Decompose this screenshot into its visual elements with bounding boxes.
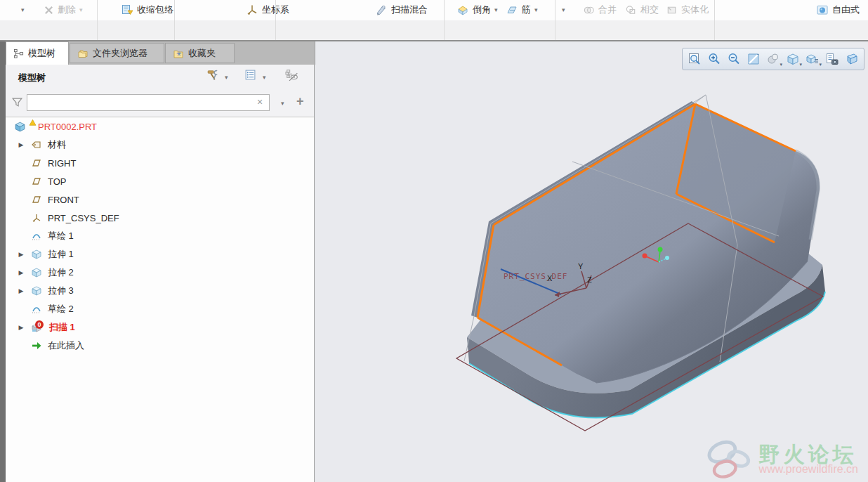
warning-triangle-icon bbox=[29, 119, 37, 126]
zoom-out-button[interactable] bbox=[725, 50, 743, 68]
graphics-toolbar: ▾ ▾ ▾ bbox=[682, 48, 864, 70]
shading-mode-button[interactable]: ▾ bbox=[764, 50, 782, 68]
graphics-area[interactable]: PRT_CSYS_DEF X Y Z ▾ ▾ ▾ bbox=[315, 41, 868, 482]
tree-item-material[interactable]: ▶ 材料 bbox=[6, 136, 314, 154]
merge-icon bbox=[583, 4, 595, 16]
ribbon-separator bbox=[444, 0, 445, 40]
tab-folder-browser[interactable]: 文件夹浏览器 bbox=[70, 43, 164, 63]
chamfer-icon bbox=[456, 4, 469, 16]
datum-plane-icon bbox=[31, 157, 42, 169]
zoom-in-button[interactable] bbox=[705, 50, 723, 68]
tree-search-disabled-icon bbox=[285, 69, 299, 82]
tree-item-extrude-2[interactable]: ▶ 拉伸 2 bbox=[6, 263, 314, 282]
zoom-in-icon bbox=[707, 52, 721, 66]
csys-icon bbox=[246, 4, 258, 16]
zoom-region-button[interactable] bbox=[685, 50, 704, 68]
chevron-down-icon: ▾ bbox=[21, 7, 25, 13]
chevron-down-icon[interactable]: ▾ bbox=[225, 74, 228, 81]
forum-watermark: 野火论坛 www.proewildfire.cn bbox=[703, 437, 858, 482]
rib-button[interactable]: 筋 ▾ bbox=[503, 1, 541, 18]
tree-item-extrude-3[interactable]: ▶ 拉伸 3 bbox=[6, 282, 314, 300]
tree-item-extrude-1[interactable]: ▶ 拉伸 1 bbox=[6, 245, 314, 263]
swept-blend-icon bbox=[375, 4, 388, 16]
expander-icon[interactable]: ▶ bbox=[17, 251, 25, 258]
datum-plane-icon bbox=[31, 194, 42, 205]
tree-item-right-plane[interactable]: RIGHT bbox=[6, 154, 314, 172]
clear-filter-icon[interactable]: × bbox=[257, 97, 263, 107]
favorites-folder-icon bbox=[173, 48, 184, 59]
tree-item-sketch-1[interactable]: 草绘 1 bbox=[6, 227, 314, 245]
delete-x-icon bbox=[44, 5, 54, 15]
model-tree-panel: 模型树 ▾ ▾ × ▾ + PRT0002.PRT ▶ 材料 RIGHT bbox=[6, 65, 315, 482]
extrude-icon bbox=[31, 267, 42, 278]
chevron-down-icon[interactable]: ▾ bbox=[263, 74, 266, 81]
tree-item-top-plane[interactable]: TOP bbox=[6, 172, 314, 190]
solidify-icon bbox=[666, 4, 678, 16]
chevron-down-icon: ▾ bbox=[799, 62, 802, 67]
tree-filter-input[interactable] bbox=[27, 94, 270, 111]
tree-item-front-plane[interactable]: FRONT bbox=[6, 190, 314, 209]
intersect-icon bbox=[625, 4, 637, 16]
swept-blend-button[interactable]: 扫描混合 bbox=[372, 1, 430, 18]
expander-icon[interactable]: ▶ bbox=[17, 287, 25, 294]
view-manager-button[interactable] bbox=[823, 50, 841, 68]
chevron-down-icon: ▾ bbox=[562, 7, 565, 13]
watermark-url: www.proewildfire.cn bbox=[759, 463, 858, 476]
repaint-button[interactable] bbox=[744, 50, 763, 68]
folder-icon bbox=[77, 48, 88, 59]
material-tag-icon bbox=[31, 139, 42, 150]
tree-item-sketch-2[interactable]: 草绘 2 bbox=[6, 300, 314, 318]
solidify-button: 实体化 bbox=[663, 1, 711, 18]
ribbon-separator bbox=[97, 0, 98, 40]
delete-button: 删除 ▾ bbox=[41, 1, 86, 18]
ribbon-separator bbox=[174, 0, 175, 40]
ribbon-separator bbox=[275, 0, 276, 40]
tree-item-part-root[interactable]: PRT0002.PRT bbox=[6, 117, 314, 136]
3d-model-scene[interactable]: PRT_CSYS_DEF X Y Z bbox=[315, 41, 868, 482]
perspective-view-button[interactable] bbox=[843, 50, 861, 68]
edit-overflow-dropdown[interactable]: ▾ bbox=[559, 1, 568, 18]
expander-icon[interactable]: ▶ bbox=[17, 324, 25, 331]
expander-icon[interactable]: ▶ bbox=[17, 141, 25, 148]
chevron-down-icon[interactable]: ▾ bbox=[281, 100, 284, 107]
model-tree-icon bbox=[13, 48, 24, 59]
sketch-icon bbox=[31, 304, 42, 315]
display-style-button[interactable]: ▾ bbox=[784, 50, 802, 68]
csys-icon bbox=[31, 212, 42, 223]
view-manager-icon bbox=[825, 52, 839, 66]
add-filter-icon[interactable]: + bbox=[296, 95, 304, 108]
chevron-down-icon: ▾ bbox=[819, 62, 822, 67]
intersect-button: 相交 bbox=[622, 1, 662, 18]
saved-orientations-button[interactable]: ▾ bbox=[803, 50, 822, 68]
chevron-down-icon: ▾ bbox=[494, 7, 498, 13]
merge-button: 合并 bbox=[580, 1, 619, 18]
tree-filters-icon[interactable] bbox=[244, 69, 256, 81]
tab-favorites[interactable]: 收藏夹 bbox=[165, 43, 235, 63]
creo-window: ▾ 删除 ▾ 收缩包络 坐标系 扫描混合 倒角 ▾ 筋 ▾ ▾ bbox=[0, 0, 868, 482]
left-edge-strip bbox=[0, 41, 6, 482]
zoom-region-icon bbox=[688, 52, 702, 66]
operations-overflow-dropdown[interactable]: ▾ bbox=[18, 1, 27, 18]
watermark-butterfly-logo bbox=[703, 437, 758, 482]
coordinate-system-button[interactable]: 坐标系 bbox=[243, 1, 292, 18]
tree-item-sweep-1-failed[interactable]: ▶ 0 扫描 1 bbox=[6, 318, 314, 337]
chevron-down-icon: ▾ bbox=[79, 7, 83, 13]
extrude-icon bbox=[31, 285, 42, 297]
ribbon-row-groups: 操作▾ 获取数据▾ 基准▾ 形状▾ 工程▾ 编辑▾ 曲面▾ bbox=[0, 20, 868, 40]
freestyle-icon bbox=[816, 4, 829, 16]
freestyle-button[interactable]: 自由式 bbox=[813, 1, 862, 18]
filter-funnel-icon bbox=[11, 96, 23, 108]
part-icon bbox=[14, 121, 26, 133]
perspective-view-icon bbox=[845, 52, 859, 66]
ribbon-separator bbox=[555, 0, 555, 40]
chamfer-button[interactable]: 倒角 ▾ bbox=[454, 1, 501, 18]
expander-icon[interactable]: ▶ bbox=[17, 269, 25, 276]
tree-item-csys[interactable]: PRT_CSYS_DEF bbox=[6, 209, 314, 227]
tab-model-tree[interactable]: 模型树 bbox=[6, 41, 69, 65]
model-tree-list: PRT0002.PRT ▶ 材料 RIGHT TOP FRONT PRT_ bbox=[6, 117, 314, 482]
tree-item-insert-here[interactable]: 在此插入 bbox=[6, 337, 314, 355]
shading-mode-icon bbox=[766, 52, 780, 66]
axis-x-label: X bbox=[547, 274, 553, 282]
shrinkwrap-button[interactable]: 收缩包络 bbox=[118, 1, 176, 18]
tree-settings-icon[interactable] bbox=[206, 69, 219, 82]
